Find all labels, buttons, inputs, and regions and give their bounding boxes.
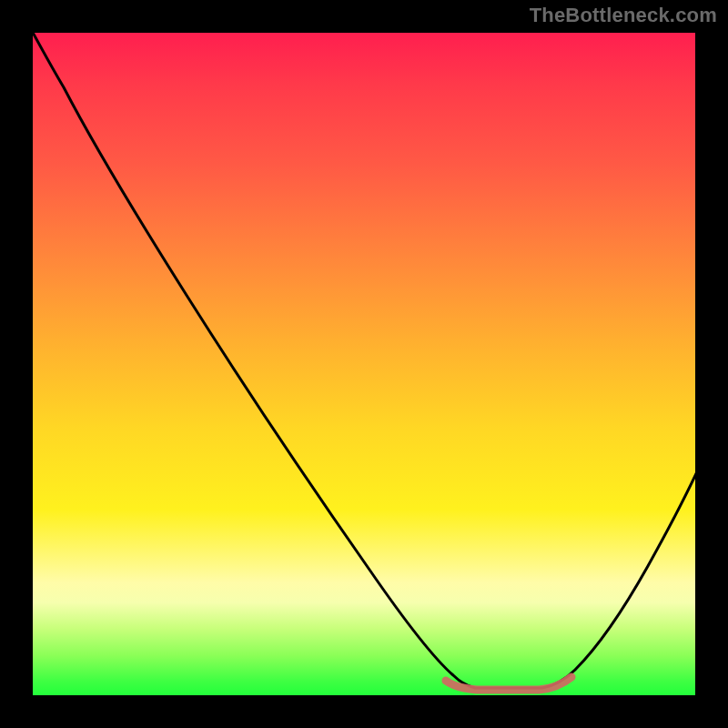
chart-frame: TheBottleneck.com xyxy=(0,0,728,728)
gradient-background xyxy=(33,33,695,695)
plot-area xyxy=(33,33,695,695)
watermark-label: TheBottleneck.com xyxy=(530,4,717,27)
